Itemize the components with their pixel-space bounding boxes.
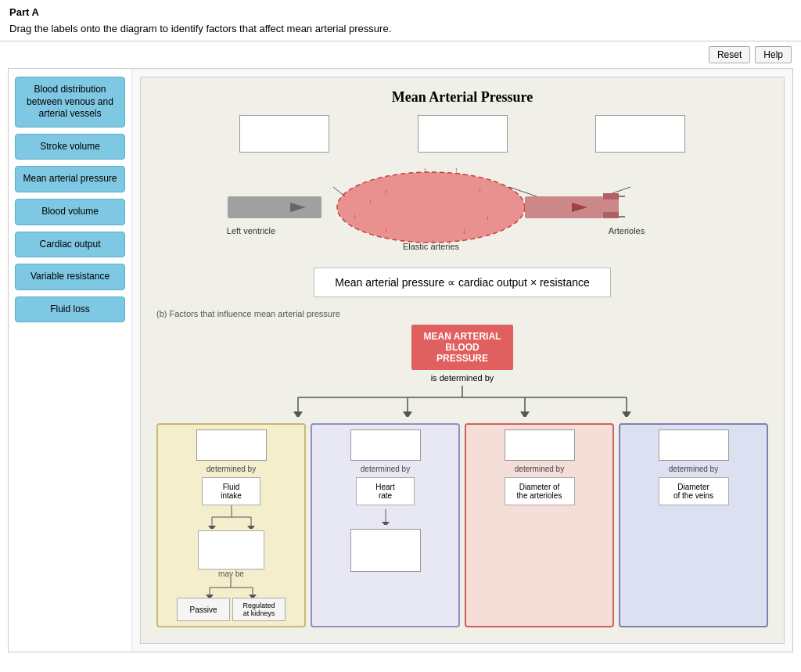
fc-veins: Diameterof the veins <box>659 477 729 505</box>
svg-marker-51 <box>382 522 390 525</box>
instruction: Drag the labels onto the diagram to iden… <box>9 23 792 34</box>
fc-heart-rate: Heartrate <box>356 477 415 505</box>
svg-text:↓: ↓ <box>486 213 490 221</box>
fc-arterioles: Diameter ofthe arterioles <box>505 477 575 505</box>
flowchart-section: (b) Factors that influence mean arterial… <box>153 305 772 631</box>
flowchart-subtitle: (b) Factors that influence mean arterial… <box>156 309 768 318</box>
artery-diagram: ↑ ↑ ↑ ↑ ↑ ↓ ↓ ↓ ↓ ↓ <box>212 156 713 257</box>
label-fluid-loss[interactable]: Fluid loss <box>15 296 125 323</box>
fc-drop-3[interactable] <box>505 429 575 461</box>
svg-text:Arterioles: Arterioles <box>609 226 645 235</box>
formula-box: Mean arterial pressure ∝ cardiac output … <box>314 268 611 297</box>
fc-drop-2[interactable] <box>350 429 421 461</box>
is-determined-label: is determined by <box>431 373 494 383</box>
diagram-container: Mean Arterial Pressure <box>140 77 785 644</box>
fc-column-1: determined by Fluidintake <box>156 423 306 627</box>
svg-text:Left ventricle: Left ventricle <box>227 226 275 235</box>
svg-text:↑: ↑ <box>423 166 427 174</box>
svg-marker-41 <box>208 526 216 529</box>
diagram-title: Mean Arterial Pressure <box>153 89 772 106</box>
svg-rect-1 <box>228 196 321 218</box>
svg-text:↑: ↑ <box>478 186 482 195</box>
svg-text:Elastic arteries: Elastic arteries <box>403 242 460 251</box>
label-cardiac-out[interactable]: Cardiac output <box>15 232 125 258</box>
fc-fluid-intake: Fluidintake <box>202 477 260 505</box>
svg-rect-19 <box>603 212 619 218</box>
svg-rect-17 <box>603 193 619 199</box>
svg-text:↓: ↓ <box>384 225 388 234</box>
fc-passive: Passive <box>177 598 230 621</box>
svg-marker-43 <box>247 526 255 529</box>
svg-marker-37 <box>622 411 631 417</box>
drop-box-top-1[interactable] <box>239 115 329 153</box>
svg-marker-33 <box>403 411 412 417</box>
fc-column-3: determined by Diameter ofthe arterioles <box>465 423 614 627</box>
fc-drop-1[interactable] <box>196 429 267 461</box>
svg-marker-35 <box>520 411 530 417</box>
fc-drop-bottom-1[interactable] <box>198 530 264 570</box>
svg-marker-31 <box>293 411 303 417</box>
fc-column-2: determined by Heartrate <box>311 423 460 627</box>
connector-svg <box>220 386 705 417</box>
part-label: Part A <box>9 6 792 18</box>
svg-text:↓: ↓ <box>462 227 466 235</box>
labels-panel: Blood distribution between venous and ar… <box>9 69 132 652</box>
fc-column-4: determined by Diameterof the veins <box>619 423 768 627</box>
fc-drop-4[interactable] <box>659 429 729 461</box>
help-button[interactable]: Help <box>755 46 792 63</box>
label-variable-res[interactable]: Variable resistance <box>15 264 125 290</box>
svg-text:↑: ↑ <box>368 197 372 206</box>
label-blood-dist[interactable]: Blood distribution between venous and ar… <box>15 77 125 128</box>
drop-box-top-3[interactable] <box>595 115 685 153</box>
fc-drop-2b[interactable] <box>350 529 421 572</box>
svg-text:↑: ↑ <box>384 188 388 196</box>
main-area: Blood distribution between venous and ar… <box>8 68 793 652</box>
svg-text:↓: ↓ <box>353 211 357 220</box>
drop-box-top-2[interactable] <box>418 115 508 153</box>
label-mean-art[interactable]: Mean arterial pressure <box>15 166 125 192</box>
label-stroke-vol[interactable]: Stroke volume <box>15 134 125 160</box>
label-blood-vol[interactable]: Blood volume <box>15 199 125 225</box>
toolbar: Reset Help <box>0 41 801 68</box>
svg-text:↑: ↑ <box>454 166 458 174</box>
reset-button[interactable]: Reset <box>709 46 750 63</box>
flowchart-columns: determined by Fluidintake <box>156 423 768 627</box>
diagram-panel: Mean Arterial Pressure <box>132 69 792 652</box>
fc-regulated: Regulatedat kidneys <box>232 598 286 621</box>
svg-rect-15 <box>525 196 603 218</box>
page-header: Part A Drag the labels onto the diagram … <box>0 0 801 41</box>
map-box: MEAN ARTERIALBLOOD PRESSURE <box>411 325 513 370</box>
svg-rect-18 <box>603 199 619 212</box>
